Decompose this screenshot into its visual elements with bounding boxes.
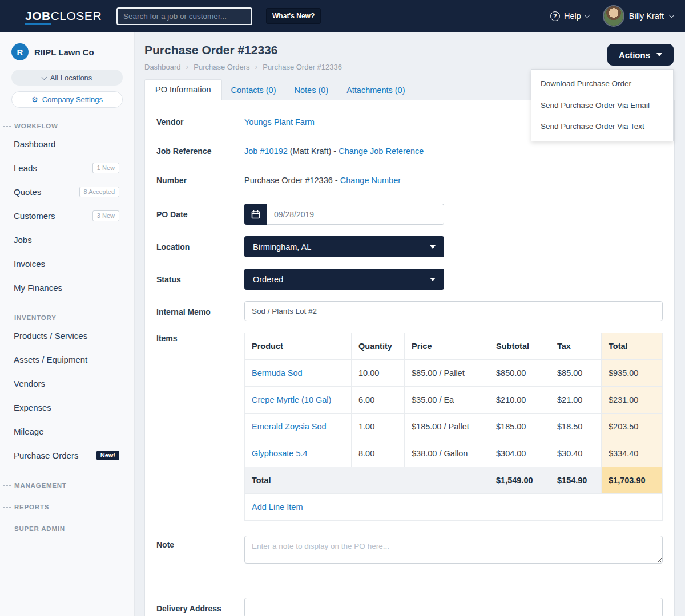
user-menu[interactable]: Billy Kraft bbox=[604, 6, 674, 26]
po-date-control bbox=[244, 204, 663, 225]
delivery-address-control bbox=[244, 598, 663, 616]
sidebar-section-super-admin[interactable]: SUPER ADMIN bbox=[0, 525, 134, 532]
sidebar-item-assets-equipment[interactable]: Assets / Equipment bbox=[0, 347, 134, 371]
quotes-badge: 8 Accepted bbox=[79, 187, 119, 197]
tab-notes[interactable]: Notes (0) bbox=[285, 80, 338, 100]
sidebar-item-mileage[interactable]: Mileage bbox=[0, 419, 134, 443]
sidebar-item-label: Vendors bbox=[14, 379, 45, 388]
search-input[interactable] bbox=[116, 7, 252, 25]
app-logo[interactable]: JOBCLOSER bbox=[25, 9, 102, 23]
actions-label: Actions bbox=[619, 50, 650, 60]
header-subtotal: Subtotal bbox=[489, 333, 550, 360]
company-name: RIIPL Lawn Co bbox=[34, 47, 94, 57]
vendor-link[interactable]: Youngs Plant Farm bbox=[244, 117, 315, 127]
location-select[interactable]: Birmingham, AL bbox=[244, 236, 444, 257]
breadcrumb-purchase-orders[interactable]: Purchase Orders bbox=[194, 63, 249, 71]
status-control: Ordered bbox=[244, 269, 663, 290]
caret-down-icon bbox=[430, 245, 436, 249]
product-link[interactable]: Bermuda Sod bbox=[252, 368, 303, 378]
sidebar-item-jobs[interactable]: Jobs bbox=[0, 228, 134, 252]
note-label: Note bbox=[156, 536, 244, 550]
cell-product: Glyphosate 5.4 bbox=[245, 440, 352, 467]
menu-item-send-po-text[interactable]: Send Purchase Order Via Text bbox=[531, 116, 673, 137]
tab-contacts[interactable]: Contacts (0) bbox=[222, 80, 285, 100]
help-icon: ? bbox=[550, 11, 560, 21]
customers-badge: 3 New bbox=[92, 210, 119, 221]
all-locations-label: All Locations bbox=[50, 74, 92, 82]
delivery-address-label: Delivery Address bbox=[156, 598, 244, 614]
sidebar-item-quotes[interactable]: Quotes 8 Accepted bbox=[0, 180, 134, 204]
add-line-item-link[interactable]: Add Line Item bbox=[252, 502, 303, 512]
product-link[interactable]: Glyphosate 5.4 bbox=[252, 449, 308, 458]
page-title: Purchase Order #12336 bbox=[144, 43, 675, 57]
actions-button[interactable]: Actions bbox=[607, 44, 674, 66]
product-link[interactable]: Emerald Zoysia Sod bbox=[252, 422, 327, 431]
location-selected-value: Birmingham, AL bbox=[253, 241, 311, 253]
company-logo: R bbox=[11, 43, 29, 60]
sidebar-item-my-finances[interactable]: My Finances bbox=[0, 275, 134, 299]
section-dash bbox=[3, 529, 11, 529]
sidebar-section-reports[interactable]: REPORTS bbox=[0, 504, 134, 510]
sidebar-item-customers[interactable]: Customers 3 New bbox=[0, 204, 134, 228]
job-link[interactable]: Job #10192 bbox=[244, 147, 288, 156]
sidebar-item-label: Quotes bbox=[14, 187, 41, 197]
menu-item-download-po[interactable]: Download Purchase Order bbox=[531, 73, 673, 95]
table-row: Crepe Myrtle (10 Gal) 6.00 $35.00 / Ea $… bbox=[245, 387, 663, 414]
items-row: Items Product Quantity Price Subtotal Ta… bbox=[156, 333, 663, 521]
section-divider bbox=[145, 582, 674, 582]
tab-po-information[interactable]: PO Information bbox=[144, 79, 222, 100]
section-label: MANAGEMENT bbox=[14, 482, 67, 489]
job-reference-value-wrap: Job #10192 (Matt Kraft) - Change Job Ref… bbox=[244, 145, 663, 157]
all-locations-dropdown[interactable]: All Locations bbox=[11, 70, 123, 86]
note-control bbox=[244, 536, 663, 566]
change-job-reference-link[interactable]: Change Job Reference bbox=[339, 147, 424, 156]
number-label: Number bbox=[156, 175, 244, 186]
internal-memo-input[interactable] bbox=[244, 301, 663, 321]
sidebar-item-label: Purchase Orders bbox=[14, 451, 78, 460]
purchase-orders-new-badge: New! bbox=[96, 451, 119, 460]
company-settings-button[interactable]: ⚙ Company Settings bbox=[11, 91, 123, 108]
tab-attachments[interactable]: Attachments (0) bbox=[337, 80, 414, 100]
number-value: Purchase Order #12336 - bbox=[244, 176, 338, 185]
cell-tax: $30.40 bbox=[550, 440, 602, 467]
status-label: Status bbox=[156, 269, 244, 285]
help-menu[interactable]: ? Help bbox=[550, 11, 589, 21]
menu-item-send-po-email[interactable]: Send Purchase Order Via Email bbox=[531, 95, 673, 116]
note-textarea[interactable] bbox=[244, 536, 663, 564]
sidebar-item-label: My Finances bbox=[14, 283, 62, 293]
change-number-link[interactable]: Change Number bbox=[340, 176, 401, 185]
sidebar-item-label: Dashboard bbox=[14, 139, 55, 149]
cell-tax: $21.00 bbox=[550, 387, 602, 414]
section-label: SUPER ADMIN bbox=[14, 525, 65, 532]
cell-price: $35.00 / Ea bbox=[405, 387, 489, 414]
po-date-input[interactable] bbox=[267, 204, 444, 225]
job-reference-owner: (Matt Kraft) - bbox=[290, 147, 336, 156]
caret-down-icon bbox=[430, 278, 436, 281]
status-select[interactable]: Ordered bbox=[244, 269, 444, 290]
sidebar-section-management[interactable]: MANAGEMENT bbox=[0, 482, 134, 489]
location-control: Birmingham, AL bbox=[244, 236, 663, 257]
breadcrumb-dashboard[interactable]: Dashboard bbox=[144, 63, 181, 71]
sidebar-item-expenses[interactable]: Expenses bbox=[0, 395, 134, 419]
section-dash bbox=[3, 485, 11, 486]
internal-memo-control bbox=[244, 301, 663, 321]
calendar-icon[interactable] bbox=[244, 204, 267, 225]
sidebar-item-vendors[interactable]: Vendors bbox=[0, 371, 134, 395]
delivery-address-line1-input[interactable] bbox=[244, 598, 663, 616]
whats-new-button[interactable]: What's New? bbox=[266, 8, 321, 24]
sidebar-item-label: Expenses bbox=[14, 403, 51, 412]
cell-tax: $85.00 bbox=[550, 360, 602, 387]
sidebar-item-purchase-orders[interactable]: Purchase Orders New! bbox=[0, 443, 134, 467]
sidebar-item-dashboard[interactable]: Dashboard bbox=[0, 132, 134, 156]
breadcrumb-separator bbox=[255, 62, 258, 71]
actions-container: Actions Download Purchase Order Send Pur… bbox=[607, 44, 674, 66]
items-control: Product Quantity Price Subtotal Tax Tota… bbox=[244, 333, 663, 521]
sidebar-item-invoices[interactable]: Invoices bbox=[0, 252, 134, 275]
items-header-row: Product Quantity Price Subtotal Tax Tota… bbox=[245, 333, 663, 360]
logo-secondary: CLOSER bbox=[51, 9, 102, 22]
sidebar-item-products-services[interactable]: Products / Services bbox=[0, 323, 134, 347]
product-link[interactable]: Crepe Myrtle (10 Gal) bbox=[252, 395, 331, 404]
sidebar-item-leads[interactable]: Leads 1 New bbox=[0, 156, 134, 180]
header-price: Price bbox=[405, 333, 489, 360]
status-selected-value: Ordered bbox=[253, 274, 283, 285]
